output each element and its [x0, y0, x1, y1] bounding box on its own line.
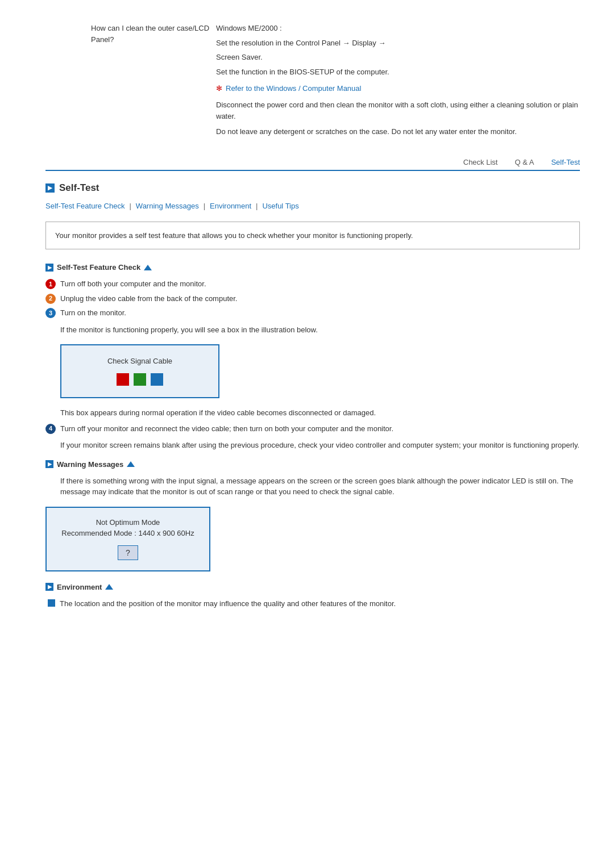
color-squares	[73, 373, 207, 386]
info-box-text: Your monitor provides a self test featur…	[55, 230, 570, 241]
step-3: 3 Turn on the monitor.	[45, 307, 580, 319]
step4-badge: 4	[45, 424, 56, 434]
separator1: |	[129, 202, 131, 210]
step-2: 2 Unplug the video cable from the back o…	[45, 293, 580, 304]
feature-check-header: ▶ Self-Test Feature Check	[45, 263, 580, 272]
nav-qa[interactable]: Q & A	[515, 158, 534, 166]
windows-me-text2: Screen Saver.	[216, 52, 580, 63]
sub-nav: Self-Test Feature Check | Warning Messag…	[45, 202, 580, 210]
step3-badge: 3	[45, 308, 56, 318]
step1-badge: 1	[45, 279, 56, 289]
warning-messages-triangle	[127, 461, 135, 467]
steps-list: 1 Turn off both your computer and the mo…	[45, 278, 580, 319]
blue-square	[151, 373, 163, 386]
windows-me-text3: Set the function in the BIOS-SETUP of th…	[216, 66, 580, 78]
signal-cable-box: Check Signal Cable	[60, 344, 219, 398]
environment-bullet: The location and the position of the mon…	[48, 598, 580, 610]
nav-bar: Check List Q & A Self-Test	[45, 158, 580, 171]
windows-me-text1: Set the resolution in the Control Panel …	[216, 37, 580, 49]
answer2: Do not leave any detergent or scratches …	[216, 126, 580, 137]
warning-messages-icon: ▶	[45, 460, 53, 468]
subnav-feature-check[interactable]: Self-Test Feature Check	[45, 202, 125, 210]
selftest-section-icon: ▶	[45, 183, 55, 193]
signal-cable-title: Check Signal Cable	[73, 357, 207, 365]
separator3: |	[256, 202, 258, 210]
warning-messages-desc: If there is something wrong with the inp…	[60, 475, 580, 498]
not-optimum-box: Not Optimum Mode Recommended Mode : 1440…	[45, 507, 210, 571]
step1-text: Turn off both your computer and the moni…	[60, 278, 206, 290]
info-box: Your monitor provides a self test featur…	[45, 222, 580, 250]
feature-check-icon: ▶	[45, 264, 53, 272]
question-label: How can I clean the outer case/LCD Panel…	[91, 23, 216, 45]
step3-text: Turn on the monitor.	[60, 307, 126, 319]
subnav-environment[interactable]: Environment	[210, 202, 251, 210]
step3-note: If the monitor is functioning properly, …	[60, 324, 580, 336]
environment-text: The location and the position of the mon…	[60, 598, 396, 610]
separator2: |	[204, 202, 205, 210]
question-box: ?	[118, 545, 138, 560]
feature-check-title: Self-Test Feature Check	[57, 263, 140, 272]
nav-selftest[interactable]: Self-Test	[551, 158, 580, 171]
windows-manual-link[interactable]: Refer to the Windows / Computer Manual	[226, 84, 361, 93]
step4-text: Turn off your monitor and reconnect the …	[60, 423, 393, 435]
step4-list: 4 Turn off your monitor and reconnect th…	[45, 423, 580, 435]
step-1: 1 Turn off both your computer and the mo…	[45, 278, 580, 290]
answer1: Disconnect the power cord and then clean…	[216, 99, 580, 122]
warning-messages-header: ▶ Warning Messages	[45, 460, 580, 469]
environment-title: Environment	[57, 583, 102, 591]
signal-cable-note: This box appears during normal operation…	[60, 407, 580, 419]
environment-header: ▶ Environment	[45, 583, 580, 591]
windows-me-label: Windows ME/2000 :	[216, 23, 580, 34]
environment-triangle	[105, 584, 113, 590]
selftest-section-title: Self-Test	[59, 182, 99, 194]
step2-text: Unplug the video cable from the back of …	[60, 293, 237, 304]
step4-note: If your monitor screen remains blank aft…	[60, 440, 580, 451]
red-square	[117, 373, 129, 386]
nav-checklist[interactable]: Check List	[463, 158, 498, 166]
not-optimum-sub: Recommended Mode : 1440 x 900 60Hz	[57, 529, 199, 537]
green-square	[134, 373, 146, 386]
asterisk-note: ✻ Refer to the Windows / Computer Manual	[216, 84, 580, 93]
feature-check-triangle	[144, 265, 152, 270]
environment-icon: ▶	[45, 583, 53, 591]
step-4: 4 Turn off your monitor and reconnect th…	[45, 423, 580, 435]
asterisk-icon: ✻	[216, 84, 222, 93]
subnav-warning-messages[interactable]: Warning Messages	[136, 202, 199, 210]
bullet-icon	[48, 599, 55, 607]
subnav-useful-tips[interactable]: Useful Tips	[262, 202, 298, 210]
warning-messages-title: Warning Messages	[57, 460, 123, 469]
not-optimum-title: Not Optimum Mode	[57, 518, 199, 527]
selftest-section-header: ▶ Self-Test	[45, 182, 580, 194]
step2-badge: 2	[45, 294, 56, 304]
